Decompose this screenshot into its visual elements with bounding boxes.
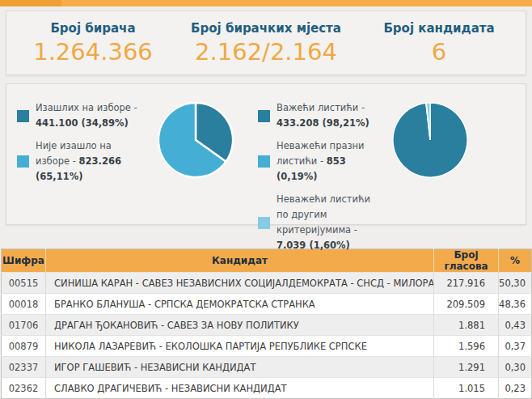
candidate-code-cell: 00515 <box>2 273 46 294</box>
turnout-chart-group: Изашлих на изборе - 441.100 (34,89%)Није… <box>6 84 247 224</box>
candidate-name-cell: БРАНКО БЛАНУША - СРПСКА ДЕМОКРАТСКА СТРА… <box>46 294 434 315</box>
legend-value: 441.100 (34,89%) <box>36 117 129 129</box>
stat-voters-value: 1.264.366 <box>6 40 179 66</box>
header-percent: % <box>499 249 532 273</box>
table-row: 00515СИНИША КАРАН - САВЕЗ НЕЗАВИСНИХ СОЦ… <box>2 273 532 294</box>
legend-value: 7.039 (1,60%) <box>277 240 350 251</box>
stat-voters-label: Број бирача <box>6 21 179 36</box>
table-row: 01706ДРАГАН ЂОКАНОВИЋ - САВЕЗ ЗА НОВУ ПО… <box>2 315 532 336</box>
candidate-votes-cell: 1.596 <box>434 336 499 357</box>
legend-label: Важећи листићи - 433.208 (98,21%) <box>277 100 381 131</box>
top-accent-segment <box>0 0 61 6</box>
stat-voters: Број бирача 1.264.366 <box>6 11 179 74</box>
candidate-name-cell: ИГОР ГАШЕВИЋ - НЕЗАВИСНИ КАНДИДАТ <box>46 357 434 378</box>
table-row: 02337ИГОР ГАШЕВИЋ - НЕЗАВИСНИ КАНДИДАТ1.… <box>2 357 532 378</box>
turnout-pie-wrap <box>156 100 245 224</box>
summary-stats-panel: Број бирача 1.264.366 Број бирачких мјес… <box>6 11 526 75</box>
legend-label: Није изашло на изборе - 823.266 (65,11%) <box>36 138 146 185</box>
stat-polling-stations-value: 2.162/2.164 <box>179 40 353 66</box>
legend-label: Неважећи празни листићи - 853 (0,19%) <box>277 138 381 185</box>
candidate-percent-cell: 0,30 <box>499 357 532 378</box>
candidate-code-cell: 01706 <box>2 315 46 336</box>
candidate-votes-cell: 209.509 <box>434 294 499 315</box>
legend-swatch <box>17 110 29 122</box>
candidate-code-cell: 02337 <box>2 357 46 378</box>
charts-panel: Изашлих на изборе - 441.100 (34,89%)Није… <box>6 83 526 225</box>
ballots-chart-group: Важећи листићи - 433.208 (98,21%)Неважећ… <box>247 84 526 224</box>
legend-item: Није изашло на изборе - 823.266 (65,11%) <box>17 138 146 185</box>
stat-polling-stations-label: Број бирачких мјеста <box>179 21 353 36</box>
stat-candidates-label: Број кандидата <box>353 21 526 36</box>
legend-item: Неважећи празни листићи - 853 (0,19%) <box>258 138 381 185</box>
candidate-code-cell: 00018 <box>2 294 46 315</box>
candidate-code-cell: 02362 <box>2 378 46 399</box>
results-table: Шифра Кандидат Број гласова % 00515СИНИШ… <box>1 248 532 399</box>
stat-polling-stations: Број бирачких мјеста 2.162/2.164 <box>179 11 353 74</box>
legend-swatch <box>258 110 270 122</box>
table-row: 00018БРАНКО БЛАНУША - СРПСКА ДЕМОКРАТСКА… <box>2 294 532 315</box>
candidate-votes-cell: 1.015 <box>434 378 499 399</box>
candidate-votes-cell: 217.916 <box>434 273 499 294</box>
legend-item: Неважећи листићи по другим критеријумима… <box>258 192 381 253</box>
candidate-percent-cell: 48,36 <box>499 294 532 315</box>
legend-label: Изашлих на изборе - 441.100 (34,89%) <box>36 100 146 131</box>
pie-chart-turnout <box>156 100 235 180</box>
legend-item: Изашлих на изборе - 441.100 (34,89%) <box>17 100 146 131</box>
header-votes: Број гласова <box>434 249 499 273</box>
candidate-code-cell: 00879 <box>2 336 46 357</box>
turnout-legend: Изашлих на изборе - 441.100 (34,89%)Није… <box>17 100 146 224</box>
table-row: 02362СЛАВКО ДРАГИЧЕВИЋ - НЕЗАВИСНИ КАНДИ… <box>2 378 532 399</box>
legend-label: Неважећи листићи по другим критеријумима… <box>277 192 381 253</box>
top-accent-bar <box>0 0 532 6</box>
legend-item: Важећи листићи - 433.208 (98,21%) <box>258 100 381 131</box>
ballots-pie-wrap <box>391 100 479 224</box>
legend-swatch <box>17 155 29 168</box>
candidate-votes-cell: 1.881 <box>434 315 499 336</box>
candidate-percent-cell: 50,30 <box>499 273 532 294</box>
stat-candidates: Број кандидата 6 <box>353 11 526 74</box>
ballots-legend: Важећи листићи - 433.208 (98,21%)Неважећ… <box>258 100 381 224</box>
legend-value: 433.208 (98,21%) <box>277 117 369 129</box>
candidate-percent-cell: 0,43 <box>499 315 532 336</box>
candidate-name-cell: СИНИША КАРАН - САВЕЗ НЕЗАВИСНИХ СОЦИЈАЛД… <box>46 273 434 294</box>
candidate-votes-cell: 1.291 <box>434 357 499 378</box>
header-code: Шифра <box>2 249 46 273</box>
candidate-percent-cell: 0,37 <box>499 336 532 357</box>
candidate-name-cell: НИКОЛА ЛАЗАРЕВИЋ - ЕКОЛОШКА ПАРТИЈА РЕПУ… <box>46 336 434 357</box>
candidate-name-cell: СЛАВКО ДРАГИЧЕВИЋ - НЕЗАВИСНИ КАНДИДАТ <box>46 378 434 399</box>
legend-swatch <box>258 217 270 229</box>
pie-chart-ballots <box>391 100 470 180</box>
stat-candidates-value: 6 <box>353 40 526 66</box>
candidate-name-cell: ДРАГАН ЂОКАНОВИЋ - САВЕЗ ЗА НОВУ ПОЛИТИК… <box>46 315 434 336</box>
candidate-percent-cell: 0,23 <box>499 378 532 399</box>
legend-swatch <box>258 155 270 168</box>
table-row: 00879НИКОЛА ЛАЗАРЕВИЋ - ЕКОЛОШКА ПАРТИЈА… <box>2 336 532 357</box>
